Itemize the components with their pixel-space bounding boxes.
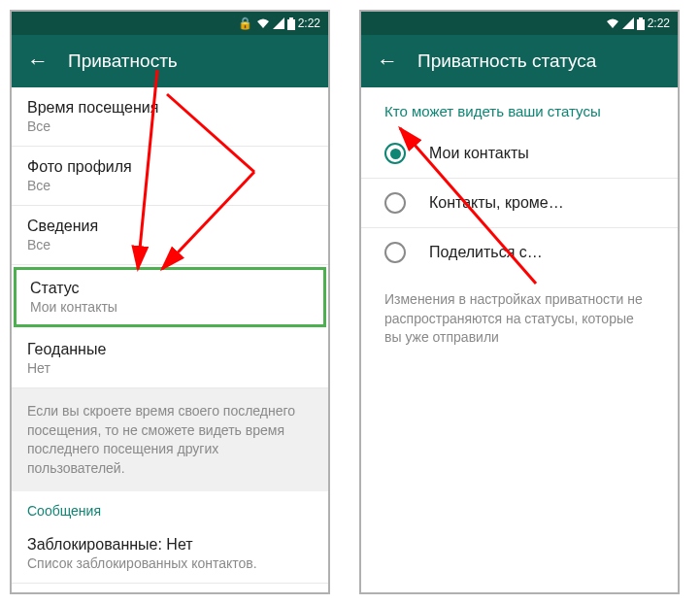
page-title: Приватность статуса bbox=[417, 50, 596, 72]
item-sub: Все bbox=[27, 178, 313, 193]
setting-blocked[interactable]: Заблокированные: Нет Список заблокирован… bbox=[12, 524, 328, 584]
item-title: Время посещения bbox=[27, 99, 313, 117]
section-who-can-see: Кто может видеть ваши статусы bbox=[361, 87, 678, 129]
setting-status[interactable]: Статус Мои контакты bbox=[14, 267, 326, 327]
svg-rect-0 bbox=[287, 19, 295, 30]
status-icons: 2:22 bbox=[606, 17, 670, 30]
item-sub: Нет bbox=[27, 360, 313, 376]
option-share-with[interactable]: Поделиться с… bbox=[361, 228, 678, 277]
privacy-note: Изменения в настройках приватности не ра… bbox=[361, 277, 678, 361]
svg-rect-6 bbox=[639, 17, 643, 19]
item-sub: Мои контакты bbox=[30, 299, 310, 315]
header: ← Приватность статуса bbox=[361, 35, 678, 87]
back-arrow-icon[interactable]: ← bbox=[27, 49, 49, 74]
status-bar: 2:22 bbox=[361, 12, 678, 35]
status-time: 2:22 bbox=[298, 17, 320, 30]
lock-icon: 🔒 bbox=[238, 17, 252, 30]
setting-about[interactable]: Сведения Все bbox=[12, 206, 328, 265]
status-icons: 2:22 bbox=[256, 17, 320, 30]
back-arrow-icon[interactable]: ← bbox=[377, 49, 398, 74]
radio-label: Мои контакты bbox=[429, 145, 529, 162]
item-title: Фото профиля bbox=[27, 158, 313, 176]
item-title: Сведения bbox=[27, 218, 313, 235]
page-title: Приватность bbox=[68, 50, 178, 72]
svg-rect-1 bbox=[289, 17, 293, 19]
battery-icon bbox=[287, 17, 295, 30]
radio-icon bbox=[384, 242, 406, 263]
setting-profile-photo[interactable]: Фото профиля Все bbox=[12, 147, 328, 206]
item-sub: Все bbox=[27, 237, 313, 252]
option-my-contacts[interactable]: Мои контакты bbox=[361, 129, 678, 179]
svg-rect-5 bbox=[637, 19, 645, 30]
setting-read-receipts[interactable]: Отчеты о прочтении ✓ bbox=[12, 584, 328, 594]
header: ← Приватность bbox=[12, 35, 328, 87]
item-sub: Список заблокированных контактов. bbox=[27, 555, 313, 571]
setting-location[interactable]: Геоданные Нет bbox=[12, 329, 328, 388]
setting-last-seen[interactable]: Время посещения Все bbox=[12, 87, 328, 147]
content: Кто может видеть ваши статусы Мои контак… bbox=[361, 87, 678, 361]
radio-icon bbox=[384, 143, 406, 164]
status-bar: 🔒 2:22 bbox=[12, 12, 328, 35]
phone-right: 2:22 ← Приватность статуса Кто может вид… bbox=[359, 10, 680, 594]
signal-icon bbox=[273, 17, 284, 29]
content: Время посещения Все Фото профиля Все Све… bbox=[12, 87, 328, 594]
signal-icon bbox=[622, 17, 634, 29]
item-title: Геоданные bbox=[27, 341, 313, 358]
radio-icon bbox=[384, 192, 406, 214]
radio-label: Поделиться с… bbox=[429, 244, 543, 261]
option-contacts-except[interactable]: Контакты, кроме… bbox=[361, 179, 678, 228]
item-sub: Все bbox=[27, 118, 313, 134]
status-time: 2:22 bbox=[648, 17, 670, 30]
item-title: Заблокированные: Нет bbox=[27, 536, 313, 554]
phone-left: 🔒 2:22 ← Приватность Время посещения Все… bbox=[10, 10, 330, 594]
section-messages: Сообщения bbox=[12, 491, 328, 524]
battery-icon bbox=[637, 17, 645, 30]
wifi-icon bbox=[606, 17, 619, 29]
privacy-note: Если вы скроете время своего последнего … bbox=[12, 388, 328, 491]
wifi-icon bbox=[256, 17, 270, 29]
radio-label: Контакты, кроме… bbox=[429, 194, 564, 212]
item-title: Статус bbox=[30, 280, 310, 297]
